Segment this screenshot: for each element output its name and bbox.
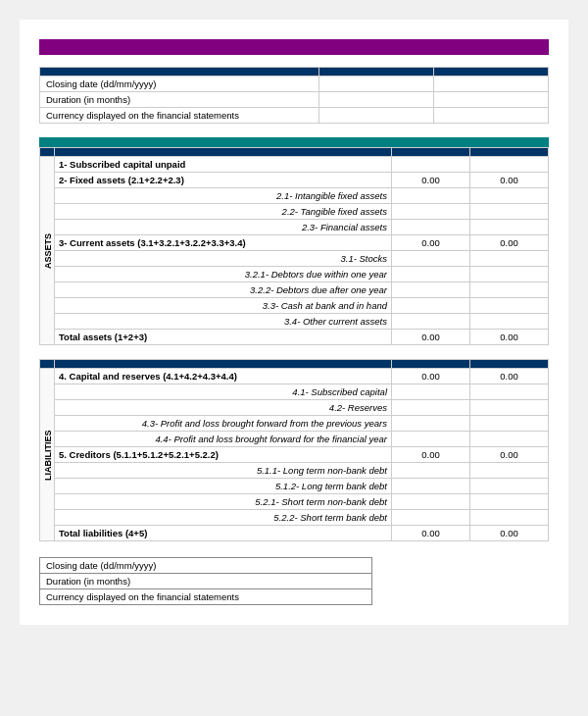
liabilities-row-yearn1[interactable] (470, 384, 549, 400)
page: Closing date (dd/mm/yyyy) Duration (in m… (20, 20, 568, 625)
liabilities-row-yearn1[interactable] (470, 416, 549, 432)
liabilities-section: LIABILITIES 4. Capital and reserves (4.1… (39, 359, 549, 541)
liabilities-row-yearn[interactable]: 0.00 (392, 369, 470, 384)
liabilities-row-yearn[interactable] (392, 510, 470, 526)
liabilities-row-yearn[interactable] (392, 494, 470, 510)
top-row-yearn1[interactable] (434, 108, 549, 124)
assets-row-yearn[interactable]: 0.00 (392, 173, 470, 188)
assets-row-label: 3- Current assets (3.1+3.2.1+3.2.2+3.3+3… (55, 235, 392, 251)
balance-sheet-title (39, 137, 549, 147)
assets-row-yearn1[interactable]: 0.00 (470, 235, 549, 251)
assets-row-yearn1[interactable] (470, 204, 549, 220)
assets-row-yearn[interactable] (392, 220, 470, 235)
assets-row-yearn1[interactable] (470, 314, 549, 330)
liabilities-row-yearn1[interactable]: 0.00 (470, 369, 549, 384)
liabilities-row-yearn1[interactable]: 0.00 (470, 526, 549, 541)
assets-row-yearn1[interactable]: 0.00 (470, 173, 549, 188)
assets-row-yearn1[interactable] (470, 298, 549, 314)
top-row-yearn1[interactable] (434, 92, 549, 108)
liabilities-row: 5. Creditors (5.1.1+5.1.2+5.2.1+5.2.2) 0… (40, 447, 549, 463)
top-table-row: Currency displayed on the financial stat… (40, 108, 549, 124)
liabilities-row-label: 4.2- Reserves (55, 400, 392, 416)
assets-row: 3.2.1- Debtors due within one year (40, 267, 549, 282)
assets-row-yearn1[interactable] (470, 188, 549, 204)
liabilities-row-yearn1[interactable]: 0.00 (470, 447, 549, 463)
assets-row-yearn[interactable] (392, 282, 470, 298)
assets-row: 3.4- Other current assets (40, 314, 549, 330)
assets-row-yearn1[interactable] (470, 157, 549, 173)
assets-row-yearn[interactable] (392, 267, 470, 282)
top-row-yearn[interactable] (319, 92, 434, 108)
liabilities-row: 5.1.2- Long term bank debt (40, 479, 549, 494)
top-col1-header (40, 68, 319, 77)
liabilities-side-label: LIABILITIES (40, 369, 55, 541)
main-title (39, 39, 549, 55)
liabilities-row: 5.1.1- Long term non-bank debt (40, 463, 549, 479)
assets-row-yearn[interactable]: 0.00 (392, 330, 470, 345)
assets-row: 2.2- Tangible fixed assets (40, 204, 549, 220)
assets-table: ASSETS 1- Subscribed capital unpaid 2- F… (39, 147, 549, 345)
liabilities-row-yearn1[interactable] (470, 432, 549, 447)
assets-row-label: 3.1- Stocks (55, 251, 392, 267)
assets-row-yearn1[interactable] (470, 282, 549, 298)
liabilities-yearn-header (392, 360, 470, 369)
liabilities-row-yearn[interactable] (392, 400, 470, 416)
assets-row-yearn[interactable] (392, 204, 470, 220)
liabilities-row-yearn1[interactable] (470, 400, 549, 416)
assets-row-yearn[interactable]: 0.00 (392, 235, 470, 251)
top-row-yearn[interactable] (319, 108, 434, 124)
assets-row-label: 1- Subscribed capital unpaid (55, 157, 392, 173)
liabilities-row-yearn[interactable] (392, 463, 470, 479)
liabilities-row-label: 5. Creditors (5.1.1+5.1.2+5.2.1+5.2.2) (55, 447, 392, 463)
liabilities-row-label: 5.2.1- Short term non-bank debt (55, 494, 392, 510)
assets-row-yearn1[interactable] (470, 267, 549, 282)
assets-row-yearn[interactable] (392, 298, 470, 314)
assets-section: ASSETS 1- Subscribed capital unpaid 2- F… (39, 147, 549, 345)
assets-row-yearn1[interactable] (470, 220, 549, 235)
liabilities-row-yearn1[interactable] (470, 510, 549, 526)
bottom-row-label: Currency displayed on the financial stat… (40, 589, 372, 605)
assets-row: 3.3- Cash at bank and in hand (40, 298, 549, 314)
assets-row-yearn[interactable] (392, 157, 470, 173)
assets-row: 2- Fixed assets (2.1+2.2+2.3) 0.00 0.00 (40, 173, 549, 188)
liabilities-row-yearn[interactable] (392, 479, 470, 494)
assets-row: Total assets (1+2+3) 0.00 0.00 (40, 330, 549, 345)
assets-label-header (55, 148, 392, 157)
assets-row-yearn1[interactable] (470, 251, 549, 267)
liabilities-row: LIABILITIES 4. Capital and reserves (4.1… (40, 369, 549, 384)
assets-side-label: ASSETS (40, 157, 55, 345)
liabilities-row-label: Total liabilities (4+5) (55, 526, 392, 541)
liabilities-row-yearn[interactable]: 0.00 (392, 447, 470, 463)
liabilities-table: LIABILITIES 4. Capital and reserves (4.1… (39, 359, 549, 541)
bottom-table-row: Duration (in months) (40, 574, 372, 589)
bottom-row-label: Duration (in months) (40, 574, 372, 589)
assets-row-yearn[interactable] (392, 314, 470, 330)
assets-row: 3.2.2- Debtors due after one year (40, 282, 549, 298)
liabilities-row-label: 5.1.2- Long term bank debt (55, 479, 392, 494)
liabilities-row-yearn[interactable] (392, 432, 470, 447)
assets-row-label: 3.2.1- Debtors due within one year (55, 267, 392, 282)
assets-row-yearn1[interactable]: 0.00 (470, 330, 549, 345)
liabilities-row-yearn[interactable]: 0.00 (392, 526, 470, 541)
assets-row-yearn[interactable] (392, 188, 470, 204)
assets-row: 2.3- Financial assets (40, 220, 549, 235)
top-row-yearn1[interactable] (434, 77, 549, 92)
assets-row-label: 3.4- Other current assets (55, 314, 392, 330)
assets-row-yearn[interactable] (392, 251, 470, 267)
liabilities-row-yearn1[interactable] (470, 463, 549, 479)
top-row-yearn[interactable] (319, 77, 434, 92)
assets-row-label: 2- Fixed assets (2.1+2.2+2.3) (55, 173, 392, 188)
assets-row-label: Total assets (1+2+3) (55, 330, 392, 345)
liabilities-label-header (55, 360, 392, 369)
liabilities-row-yearn[interactable] (392, 384, 470, 400)
top-row-label: Duration (in months) (40, 92, 319, 108)
liabilities-row-label: 4.3- Profit and loss brought forward fro… (55, 416, 392, 432)
liabilities-row-yearn1[interactable] (470, 479, 549, 494)
liabilities-row-yearn[interactable] (392, 416, 470, 432)
assets-side-col (40, 148, 55, 157)
liabilities-row-label: 5.2.2- Short term bank debt (55, 510, 392, 526)
assets-row-label: 2.2- Tangible fixed assets (55, 204, 392, 220)
bottom-table-row: Closing date (dd/mm/yyyy) (40, 558, 372, 574)
liabilities-row-yearn1[interactable] (470, 494, 549, 510)
liabilities-row-label: 4.1- Subscribed capital (55, 384, 392, 400)
